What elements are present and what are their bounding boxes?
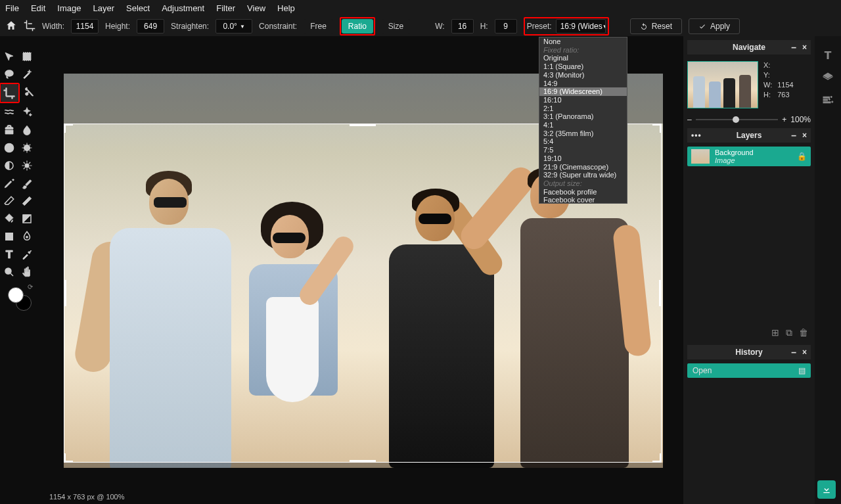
- foreground-color[interactable]: [8, 287, 24, 303]
- tool-wand[interactable]: [18, 65, 36, 83]
- preset-dropdown-list[interactable]: NoneFixed ratio:Original1:1 (Square)4:3 …: [539, 37, 627, 204]
- tool-clone[interactable]: [1, 121, 18, 139]
- preset-option[interactable]: 16:10: [539, 96, 627, 104]
- preset-option[interactable]: Facebook cover: [539, 196, 627, 204]
- straighten-dropdown[interactable]: 0.0°▼: [216, 19, 252, 34]
- layers-panel-icon[interactable]: [822, 72, 834, 83]
- preset-option[interactable]: 3:1 (Panorama): [539, 112, 627, 121]
- preset-option[interactable]: 7:5: [539, 146, 627, 154]
- tool-gradient[interactable]: [18, 210, 36, 227]
- constraint-size-button[interactable]: Size: [382, 19, 410, 34]
- tool-crop[interactable]: [1, 84, 18, 102]
- tool-sponge[interactable]: [18, 139, 36, 156]
- panel-close-icon[interactable]: ×: [802, 348, 807, 357]
- tool-heal[interactable]: [18, 103, 36, 121]
- preset-option[interactable]: 32:9 (Super ultra wide): [539, 171, 627, 179]
- tool-smudge[interactable]: [18, 227, 36, 245]
- panel-minimize-icon[interactable]: –: [791, 347, 796, 357]
- layers-panel-header: ••• Layers – ×: [687, 128, 811, 143]
- nav-w-label: W:: [763, 81, 772, 89]
- ratio-w-input[interactable]: [451, 19, 474, 34]
- preset-option[interactable]: 3:2 (35mm film): [539, 129, 627, 138]
- width-input[interactable]: [71, 19, 99, 34]
- panel-minimize-icon[interactable]: –: [791, 130, 796, 141]
- menu-select[interactable]: Select: [126, 3, 150, 13]
- preset-option[interactable]: None: [539, 37, 627, 46]
- delete-layer-icon[interactable]: 🗑: [799, 327, 808, 338]
- tool-marquee[interactable]: [18, 47, 36, 65]
- preset-option[interactable]: 4:3 (Monitor): [539, 71, 627, 80]
- nav-y-label: Y:: [763, 71, 772, 79]
- download-button[interactable]: [817, 480, 836, 499]
- tool-zoom[interactable]: [1, 263, 18, 281]
- menu-file[interactable]: File: [5, 3, 19, 13]
- tool-blur[interactable]: [18, 121, 36, 139]
- preset-option[interactable]: 21:9 (Cinemascope): [539, 163, 627, 172]
- lock-icon[interactable]: 🔒: [797, 152, 807, 161]
- history-item[interactable]: Open ▤: [687, 363, 811, 378]
- zoom-in-button[interactable]: +: [782, 115, 786, 124]
- tool-move[interactable]: [1, 47, 18, 65]
- ratio-h-input[interactable]: [495, 19, 517, 34]
- tool-liquify[interactable]: [1, 103, 18, 121]
- tool-pen[interactable]: [1, 174, 18, 192]
- adjustments-panel-icon[interactable]: [822, 94, 834, 106]
- navigate-thumbnail[interactable]: [687, 61, 758, 108]
- tool-disperse[interactable]: [1, 139, 18, 156]
- tool-shape[interactable]: [1, 227, 18, 245]
- menu-help[interactable]: Help: [277, 3, 295, 13]
- constraint-ratio-button[interactable]: Ratio: [342, 19, 373, 34]
- tool-eraser[interactable]: [1, 192, 18, 210]
- height-input[interactable]: [137, 19, 164, 34]
- nav-x-label: X:: [763, 61, 772, 69]
- preset-option[interactable]: 4:1: [539, 121, 627, 129]
- constraint-free-button[interactable]: Free: [304, 19, 333, 34]
- preset-option[interactable]: Facebook profile: [539, 188, 627, 196]
- tool-cutout[interactable]: [20, 83, 37, 101]
- tool-text[interactable]: [1, 245, 18, 263]
- tool-draw[interactable]: [18, 192, 36, 210]
- preset-option[interactable]: 1:1 (Square): [539, 62, 627, 71]
- text-panel-icon[interactable]: [822, 49, 834, 61]
- preset-option[interactable]: 16:9 (Widescreen): [539, 87, 627, 96]
- home-icon[interactable]: [5, 20, 17, 34]
- status-bar: 1154 x 763 px @ 100%: [36, 490, 138, 504]
- preset-option[interactable]: 5:4: [539, 137, 627, 146]
- panel-close-icon[interactable]: ×: [802, 43, 807, 52]
- svg-point-8: [26, 236, 28, 238]
- svg-rect-0: [23, 53, 31, 60]
- menu-view[interactable]: View: [247, 3, 265, 13]
- ratio-h-label: H:: [480, 22, 488, 31]
- menu-filter[interactable]: Filter: [216, 3, 235, 13]
- preset-dropdown[interactable]: 16:9 (Wides▼: [556, 19, 606, 34]
- duplicate-layer-icon[interactable]: ⧉: [786, 327, 792, 338]
- tool-hand[interactable]: [18, 263, 36, 281]
- reset-button[interactable]: Reset: [630, 18, 682, 34]
- preset-option[interactable]: 2:1: [539, 104, 627, 113]
- add-layer-icon[interactable]: ⊞: [771, 327, 779, 338]
- menu-image[interactable]: Image: [57, 3, 81, 13]
- preset-label: Preset:: [527, 22, 552, 31]
- preset-option[interactable]: 14:9: [539, 80, 627, 88]
- tool-lasso[interactable]: [1, 65, 18, 83]
- apply-button[interactable]: Apply: [689, 18, 740, 34]
- swap-colors-icon[interactable]: ⟳: [28, 283, 33, 290]
- layer-item[interactable]: Background Image 🔒: [687, 147, 811, 166]
- panel-close-icon[interactable]: ×: [802, 131, 807, 140]
- tool-brush[interactable]: [18, 174, 36, 192]
- nav-y: [777, 71, 793, 79]
- preset-option[interactable]: 19:10: [539, 154, 627, 163]
- color-swatches[interactable]: ⟳: [5, 285, 32, 311]
- panel-minimize-icon[interactable]: –: [791, 42, 796, 53]
- preset-option[interactable]: Original: [539, 54, 627, 62]
- tool-picker[interactable]: [18, 245, 36, 263]
- menu-adjustment[interactable]: Adjustment: [162, 3, 204, 13]
- panel-options-icon[interactable]: •••: [691, 131, 702, 140]
- menu-edit[interactable]: Edit: [31, 3, 45, 13]
- tool-dodge[interactable]: [1, 156, 18, 174]
- menu-layer[interactable]: Layer: [93, 3, 115, 13]
- zoom-out-button[interactable]: –: [687, 115, 692, 124]
- zoom-slider[interactable]: [696, 119, 779, 120]
- tool-focus[interactable]: [18, 156, 36, 174]
- tool-fill[interactable]: [1, 210, 18, 227]
